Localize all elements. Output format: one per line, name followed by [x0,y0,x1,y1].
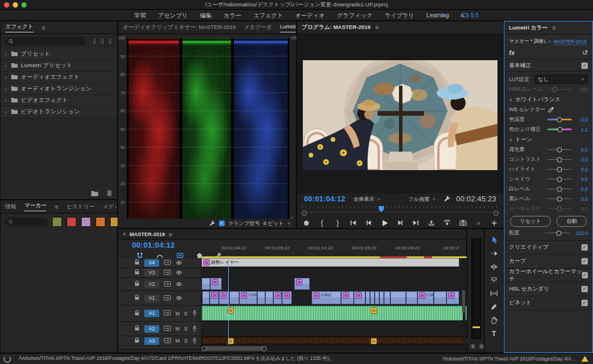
sync-lock-icon[interactable] [164,260,171,266]
sync-lock-icon[interactable] [164,295,171,300]
fx-bypass-icon[interactable]: fx [509,49,515,56]
video-clip[interactable] [265,291,273,304]
mute-button[interactable]: M [175,326,180,332]
timeline-playhead-line[interactable] [228,258,229,345]
track-lane-v4[interactable]: fx調整レイヤー [202,258,467,267]
lock-icon[interactable] [134,325,140,331]
track-label-a1[interactable]: A1 [144,310,159,317]
track-label-v4[interactable]: V4 [144,259,159,267]
lock-icon[interactable] [134,337,140,343]
export-frame-button[interactable] [459,219,467,227]
video-clip[interactable] [370,291,375,304]
video-clip[interactable] [384,291,390,304]
tab-history[interactable]: ヒストリー [67,203,94,211]
slider-thumb[interactable] [557,206,562,211]
timeline-vertical-scrollbar[interactable] [463,258,466,345]
program-timecode[interactable]: 00:01:04:12 [304,195,345,203]
play-button[interactable] [380,219,389,227]
voiceover-mic-icon[interactable] [192,310,197,316]
tab-markers[interactable]: マーカー [24,202,46,211]
track-output-eye-icon[interactable] [175,296,182,300]
voiceover-mic-icon[interactable] [192,325,197,333]
ripple-edit-tool[interactable] [489,263,499,271]
slider-track[interactable] [547,198,572,199]
sync-lock-icon[interactable] [164,295,171,302]
pen-tool[interactable] [489,303,499,311]
sync-lock-icon[interactable] [164,270,171,276]
accelerated-effects-badge-icon[interactable] [92,38,97,45]
lift-button[interactable] [427,219,435,227]
playback-quality-select[interactable]: フル画質 ∨ [406,194,438,204]
reset-button[interactable]: リセット [510,216,551,227]
section-checkbox[interactable]: ✓ [582,272,588,278]
effects-bin-video-transitions[interactable]: ›ビデオトランジション [1,106,117,118]
video-clip[interactable] [375,291,379,304]
sync-lock-icon[interactable] [164,260,171,265]
section-checkbox[interactable]: ✓ [581,286,588,292]
section-checkbox[interactable]: ✓ [581,244,588,251]
sync-lock-icon[interactable] [164,310,171,317]
tab-info[interactable]: 情報 [5,203,16,211]
slider-thumb[interactable] [557,196,562,201]
video-clip[interactable]: fx [341,291,354,304]
video-clip[interactable]: fx [210,278,222,290]
solo-button[interactable]: S [184,326,188,332]
go-to-out-button[interactable] [412,219,420,227]
slider-thumb[interactable] [557,167,562,172]
program-monitor-title[interactable]: プログラム: MASTER-2019 [302,24,371,31]
marker-color-swatch[interactable] [67,217,76,227]
video-clip[interactable] [229,291,239,304]
track-output-eye-icon[interactable] [175,260,182,266]
video-clip[interactable]: fx [294,278,310,290]
video-clip[interactable]: fx [210,291,219,304]
step-back-button[interactable] [365,219,373,227]
scroll-right-handle[interactable] [262,346,267,351]
warning-icon[interactable] [581,356,588,362]
slider-thumb[interactable] [557,127,562,132]
close-sequence-icon[interactable]: × [123,231,126,237]
section-checkbox[interactable]: ✓ [581,258,588,264]
lock-icon[interactable] [134,281,140,286]
section-basic-correction[interactable]: 基本補正 ✓ [504,60,592,72]
button-editor-button[interactable] [490,219,498,227]
basic-correction-checkbox[interactable]: ✓ [581,62,588,69]
mark-out-button[interactable]: } [334,219,342,227]
lock-icon[interactable] [134,310,140,316]
workspace-tab-learn[interactable]: 学習 [134,12,146,20]
voiceover-mic-icon[interactable] [192,337,197,344]
slider-thumb[interactable] [557,147,562,152]
lumetri-panel-menu-icon[interactable]: ≡ [552,24,555,31]
track-label-a3[interactable]: A3 [144,337,159,345]
timeline-horizontal-scrollbar[interactable] [202,346,467,351]
timeline-timecode[interactable]: 00:01:04:12 [132,241,175,249]
video-clip[interactable]: fx [273,291,282,304]
video-clip[interactable]: fx [282,291,292,304]
voiceover-mic-icon[interactable] [192,325,197,332]
slider-thumb[interactable] [552,87,557,92]
new-bin-icon[interactable] [91,190,98,197]
track-output-eye-icon[interactable] [175,270,182,276]
track-label-a2[interactable]: A2 [144,325,159,333]
lumetri-panel-title[interactable]: Lumetri カラー [509,24,547,32]
slider-thumb[interactable] [556,230,561,236]
zoom-bar-right-handle[interactable] [493,211,499,216]
add-marker-button[interactable] [302,219,310,227]
track-output-eye-icon[interactable] [175,282,182,286]
effects-panel-menu-icon[interactable]: ≡ [42,24,45,31]
track-label-v2[interactable]: V2 [144,281,159,288]
lock-icon[interactable] [134,281,140,288]
section-vignette[interactable]: ビネット✓ [504,296,592,310]
scope-settings-wrench-icon[interactable] [209,220,215,227]
track-output-eye-icon[interactable] [175,270,182,275]
lock-icon[interactable] [134,295,140,300]
tab-effects[interactable]: エフェクト [5,23,34,32]
marker-color-swatch[interactable] [96,217,105,227]
track-lane-a1[interactable]: fxfx [202,306,467,321]
program-settings-wrench-icon[interactable] [444,196,451,203]
solo-left-button[interactable]: S [469,343,477,350]
slider-track[interactable] [547,169,572,170]
slider-thumb[interactable] [557,157,562,162]
track-lane-v1[interactable]: fxfxfxC0071fxfxfxC002fxfxfxC00fx [202,291,467,305]
bit-depth-select[interactable]: 8 ビット ∨ [263,220,290,227]
scrollbar-thumb[interactable] [203,346,265,351]
